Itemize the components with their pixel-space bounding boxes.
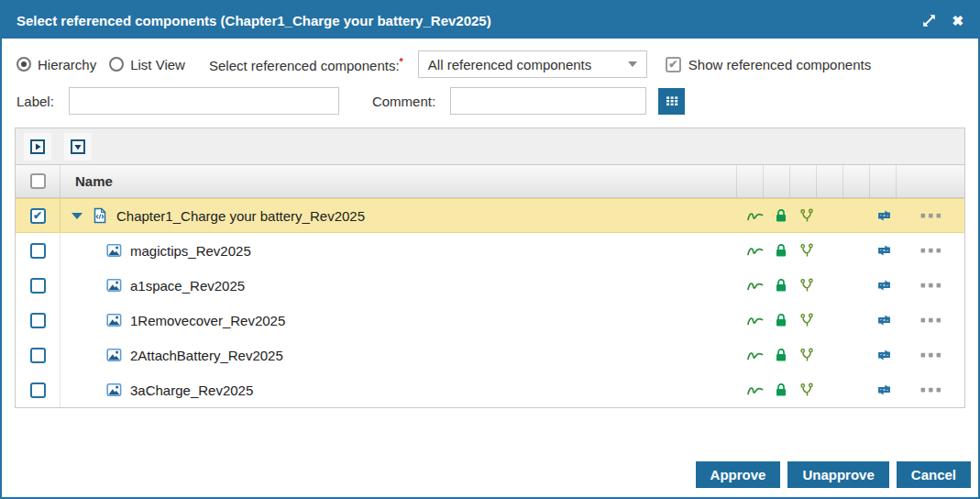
unapprove-button[interactable]: Unapprove: [787, 461, 888, 488]
row-name-cell: 2AttachBattery_Rev2025: [61, 338, 743, 372]
close-icon[interactable]: ✖: [952, 14, 963, 28]
show-referenced-checkbox[interactable]: [666, 57, 681, 72]
comment-input[interactable]: [450, 87, 646, 115]
lock-icon[interactable]: [774, 383, 788, 397]
scribble-icon[interactable]: [746, 278, 765, 293]
lock-icon-cell: [768, 303, 794, 338]
refresh-icon-cell: [871, 303, 897, 338]
radio-list-view-label: List View: [130, 57, 185, 72]
row-name-cell: magictips_Rev2025: [61, 233, 743, 268]
scribble-icon[interactable]: [746, 313, 765, 327]
collapse-all-icon: [29, 139, 46, 155]
row-checkbox[interactable]: [30, 208, 46, 224]
row-checkbox-cell: [16, 338, 61, 372]
table-row[interactable]: 1Removecover_Rev2025: [16, 303, 964, 338]
row-name-cell: 1Removecover_Rev2025: [61, 303, 743, 338]
empty-cell: [845, 372, 871, 407]
referenced-components-dropdown[interactable]: All referenced components: [418, 50, 647, 78]
approve-button[interactable]: Approve: [696, 461, 781, 488]
branch-icon[interactable]: [799, 348, 814, 362]
branch-icon-cell: [794, 268, 820, 303]
radio-list-view-control[interactable]: [109, 57, 124, 72]
label-input[interactable]: [69, 87, 339, 115]
branch-icon[interactable]: [799, 313, 814, 327]
row-checkbox[interactable]: [30, 348, 46, 363]
branch-icon[interactable]: [799, 243, 814, 258]
row-name-cell: Chapter1_Charge your battery_Rev2025: [61, 199, 743, 232]
scribble-icon[interactable]: [746, 208, 765, 223]
refresh-icon[interactable]: [875, 207, 893, 224]
lock-icon[interactable]: [774, 278, 788, 293]
show-referenced-label: Show referenced components: [688, 57, 871, 72]
table-row[interactable]: a1space_Rev2025: [16, 268, 964, 303]
lock-icon[interactable]: [774, 348, 788, 362]
table-row[interactable]: Chapter1_Charge your battery_Rev2025: [16, 198, 964, 233]
table-row[interactable]: magictips_Rev2025: [16, 233, 964, 268]
more-icon[interactable]: [920, 317, 941, 323]
scribble-icon[interactable]: [746, 348, 765, 362]
branch-icon[interactable]: [799, 278, 814, 293]
header-column: [842, 165, 869, 197]
refresh-icon-cell: [871, 268, 897, 303]
row-checkbox[interactable]: [30, 278, 46, 294]
image-icon: [106, 278, 122, 293]
radio-hierarchy[interactable]: Hierarchy: [17, 57, 96, 72]
refresh-icon-cell: [871, 233, 897, 268]
table-row[interactable]: 3aCharge_Rev2025: [16, 372, 964, 407]
scribble-icon-cell: [743, 372, 768, 407]
dropdown-value: All referenced components: [428, 57, 628, 72]
table-body: Chapter1_Charge your battery_Rev2025magi…: [16, 198, 964, 407]
label-comment-row: Label: Comment:: [17, 87, 963, 115]
row-checkbox-cell: [16, 372, 61, 407]
radio-hierarchy-control[interactable]: [17, 57, 31, 72]
branch-icon[interactable]: [799, 383, 814, 397]
empty-cell: [820, 233, 845, 268]
radio-list-view[interactable]: List View: [109, 57, 185, 72]
empty-cell: [820, 199, 845, 232]
refresh-icon[interactable]: [875, 242, 893, 259]
scribble-icon-cell: [743, 338, 768, 372]
empty-cell: [820, 338, 845, 372]
branch-icon[interactable]: [799, 208, 814, 223]
refresh-icon[interactable]: [875, 277, 893, 294]
image-icon: [106, 348, 122, 362]
dialog-title: Select referenced components (Chapter1_C…: [17, 13, 491, 28]
label-field-label: Label:: [17, 94, 54, 109]
table-view-button[interactable]: [658, 88, 685, 115]
scribble-icon[interactable]: [746, 243, 765, 258]
lock-icon-cell: [768, 372, 794, 407]
lock-icon-cell: [768, 338, 794, 372]
branch-icon-cell: [794, 372, 820, 407]
more-icon[interactable]: [920, 248, 941, 253]
refresh-icon[interactable]: [875, 347, 893, 363]
lock-icon[interactable]: [774, 208, 788, 223]
expand-icon[interactable]: [921, 13, 937, 28]
expand-all-button[interactable]: [64, 133, 92, 161]
row-checkbox[interactable]: [30, 243, 46, 259]
filter-area: Hierarchy List View Select referenced co…: [2, 39, 978, 115]
row-checkbox[interactable]: [30, 383, 46, 398]
refresh-icon[interactable]: [875, 312, 893, 328]
more-icon[interactable]: [920, 283, 941, 288]
header-column: [896, 165, 964, 197]
more-icon-cell: [897, 372, 964, 407]
select-all-checkbox[interactable]: [30, 173, 46, 189]
more-icon[interactable]: [920, 213, 941, 218]
collapse-all-button[interactable]: [24, 133, 51, 161]
image-icon: [106, 313, 122, 327]
refresh-icon-cell: [871, 199, 897, 232]
more-icon[interactable]: [920, 352, 941, 358]
scribble-icon[interactable]: [746, 383, 765, 397]
table-row[interactable]: 2AttachBattery_Rev2025: [16, 338, 964, 372]
expand-all-icon: [70, 139, 86, 155]
row-checkbox[interactable]: [30, 313, 46, 328]
caret-down-icon[interactable]: [72, 213, 83, 219]
refresh-icon[interactable]: [875, 382, 893, 398]
lock-icon[interactable]: [774, 243, 788, 258]
select-referenced-components-dialog: Select referenced components (Chapter1_C…: [0, 0, 980, 499]
cancel-button[interactable]: Cancel: [897, 461, 971, 488]
more-icon[interactable]: [920, 387, 941, 393]
lock-icon[interactable]: [774, 313, 788, 327]
row-checkbox-cell: [16, 268, 61, 303]
comment-field-label: Comment:: [372, 94, 435, 109]
